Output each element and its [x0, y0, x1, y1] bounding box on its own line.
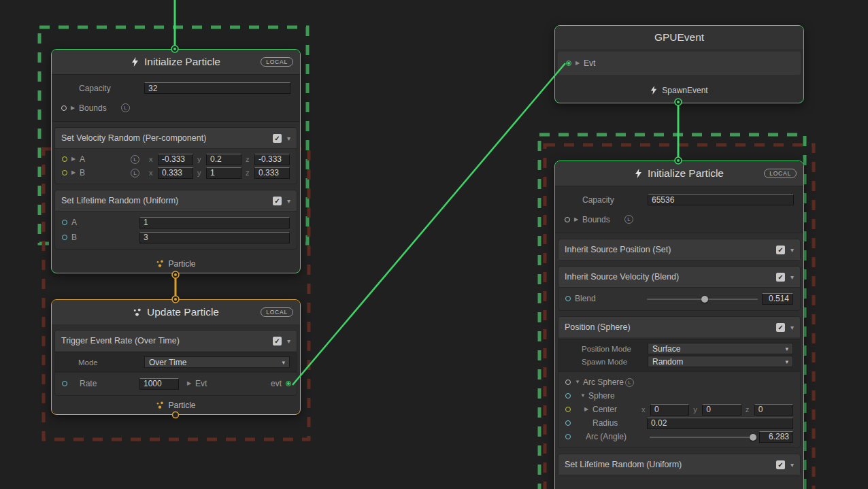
- block-position-sphere[interactable]: Position (Sphere) ✓ ▾ Position Mode Surf…: [558, 316, 801, 448]
- evt-output-label: evt: [271, 379, 282, 388]
- vfx-graph-canvas[interactable]: Initialize Particle LOCAL Capacity 32 ▶ …: [0, 0, 868, 489]
- float-port[interactable]: [62, 220, 67, 225]
- chevron-down-icon[interactable]: ▾: [790, 461, 794, 469]
- foldout-icon[interactable]: ▶: [187, 381, 195, 386]
- evt-input-port[interactable]: [566, 61, 571, 66]
- foldout-icon[interactable]: ▶: [574, 217, 582, 222]
- arc-angle-slider[interactable]: [650, 431, 755, 443]
- chevron-down-icon[interactable]: ▾: [287, 337, 290, 345]
- vector3-port[interactable]: [62, 156, 67, 162]
- node-gpu-event[interactable]: GPUEvent ▶ Evt SpawnEvent: [554, 25, 804, 103]
- block-title: Inherit Source Velocity (Blend): [565, 272, 776, 282]
- foldout-icon[interactable]: ▶: [584, 407, 592, 412]
- chevron-down-icon[interactable]: ▾: [790, 324, 794, 331]
- block-enabled-checkbox[interactable]: ✓: [776, 273, 785, 282]
- bounds-port[interactable]: [61, 105, 67, 111]
- foldout-icon[interactable]: ▶: [71, 105, 79, 111]
- block-enabled-checkbox[interactable]: ✓: [273, 197, 282, 205]
- arc-angle-port[interactable]: [565, 434, 571, 439]
- blend-slider[interactable]: [647, 293, 758, 305]
- node-initialize-particle-right[interactable]: Initialize Particle LOCAL Capacity 65536…: [554, 161, 804, 489]
- arc-sphere-port[interactable]: [565, 380, 571, 385]
- x-field[interactable]: -0.333: [158, 154, 193, 165]
- rate-field[interactable]: 1000: [139, 378, 179, 390]
- x-field[interactable]: 0.333: [158, 167, 193, 179]
- blend-value-field[interactable]: 0.514: [762, 293, 793, 305]
- block-set-velocity-random[interactable]: Set Velocity Random (Per-component) ✓ ▾ …: [54, 127, 297, 184]
- center-port[interactable]: [565, 407, 571, 412]
- block-enabled-checkbox[interactable]: ✓: [776, 460, 785, 469]
- edge-evt-to-gpuevent[interactable]: [293, 63, 565, 385]
- block-trigger-event-rate[interactable]: Trigger Event Rate (Over Time) ✓ ▾ Mode …: [54, 330, 297, 396]
- foldout-icon[interactable]: ▶: [575, 61, 584, 66]
- block-header[interactable]: Position (Sphere) ✓ ▾: [558, 317, 800, 337]
- block-inherit-source-position[interactable]: Inherit Source Position (Set) ✓ ▾: [558, 239, 801, 260]
- evt-output-port[interactable]: [286, 381, 291, 386]
- float-port[interactable]: [62, 381, 67, 386]
- block-enabled-checkbox[interactable]: ✓: [273, 134, 282, 143]
- sphere-row: ▼ Sphere: [558, 389, 800, 403]
- chevron-down-icon[interactable]: ▾: [790, 273, 794, 281]
- spawn-mode-row: Spawn Mode Random ▾: [558, 355, 800, 368]
- bounds-port[interactable]: [565, 217, 570, 222]
- radius-row: Radius 0.02: [558, 416, 800, 430]
- block-header[interactable]: Trigger Event Rate (Over Time) ✓ ▾: [55, 331, 297, 351]
- spawn-mode-dropdown[interactable]: Random ▾: [648, 356, 793, 367]
- block-set-lifetime-random[interactable]: Set Lifetime Random (Uniform) ✓ ▾ A 1 B …: [54, 190, 297, 250]
- radius-port[interactable]: [565, 420, 571, 426]
- center-row: ▶ Center x0 y0 z0: [558, 403, 800, 416]
- dropdown-arrow-icon: ▾: [785, 345, 788, 352]
- node-header[interactable]: GPUEvent: [555, 26, 803, 49]
- float-port[interactable]: [62, 235, 67, 240]
- foldout-icon[interactable]: ▶: [71, 156, 80, 162]
- float-port[interactable]: [565, 296, 571, 301]
- block-enabled-checkbox[interactable]: ✓: [776, 323, 785, 332]
- block-header[interactable]: Set Lifetime Random (Uniform) ✓ ▾: [558, 454, 800, 475]
- y-field[interactable]: 0.2: [206, 154, 241, 165]
- arc-angle-value-field[interactable]: 6.283: [759, 431, 793, 443]
- block-enabled-checkbox[interactable]: ✓: [776, 246, 785, 254]
- position-mode-dropdown[interactable]: Surface ▾: [648, 343, 793, 354]
- chevron-down-icon[interactable]: ▾: [287, 135, 290, 142]
- block-enabled-checkbox[interactable]: ✓: [273, 337, 282, 345]
- node-header[interactable]: Update Particle LOCAL: [52, 300, 300, 324]
- z-field[interactable]: -0.333: [254, 154, 290, 165]
- particle-output-footer: Particle: [52, 397, 300, 414]
- capacity-field[interactable]: 32: [144, 82, 290, 94]
- slot-label: B: [80, 168, 131, 178]
- center-z-field[interactable]: 0: [754, 404, 793, 416]
- sphere-port[interactable]: [565, 393, 571, 399]
- value-field[interactable]: 3: [139, 232, 290, 243]
- spawn-event-label: SpawnEvent: [662, 86, 707, 95]
- node-header[interactable]: Initialize Particle LOCAL: [555, 161, 803, 186]
- block-inherit-source-velocity[interactable]: Inherit Source Velocity (Blend) ✓ ▾ Blen…: [558, 266, 801, 311]
- node-initialize-particle-left[interactable]: Initialize Particle LOCAL Capacity 32 ▶ …: [51, 49, 301, 273]
- radius-field[interactable]: 0.02: [647, 418, 793, 429]
- mode-dropdown[interactable]: Over Time ▾: [144, 356, 290, 368]
- block-header[interactable]: Set Velocity Random (Per-component) ✓ ▾: [55, 128, 297, 148]
- particle-icon: [133, 308, 141, 317]
- block-header[interactable]: Inherit Source Velocity (Blend) ✓ ▾: [558, 267, 800, 287]
- block-set-lifetime-random[interactable]: Set Lifetime Random (Uniform) ✓ ▾: [558, 454, 801, 475]
- value-field[interactable]: 1: [139, 217, 290, 229]
- evt-slot-label: Evt: [195, 379, 207, 388]
- vector3-port[interactable]: [62, 170, 67, 175]
- y-field[interactable]: 1: [206, 167, 241, 179]
- block-header[interactable]: Inherit Source Position (Set) ✓ ▾: [558, 239, 800, 260]
- chevron-down-icon[interactable]: ▾: [287, 197, 290, 205]
- block-header[interactable]: Set Lifetime Random (Uniform) ✓ ▾: [55, 190, 297, 211]
- chevron-down-icon[interactable]: ▾: [790, 246, 794, 254]
- rate-label: Rate: [80, 379, 139, 388]
- block-settings: Position Mode Surface ▾ Spawn Mode Rando…: [558, 339, 800, 371]
- bounds-label: Bounds: [582, 215, 624, 224]
- foldout-open-icon[interactable]: ▼: [575, 380, 583, 385]
- foldout-open-icon[interactable]: ▼: [580, 393, 588, 399]
- foldout-icon[interactable]: ▶: [71, 170, 80, 175]
- center-x-field[interactable]: 0: [650, 404, 689, 416]
- center-y-field[interactable]: 0: [702, 404, 741, 416]
- node-update-particle[interactable]: Update Particle LOCAL Trigger Event Rate…: [51, 299, 301, 415]
- capacity-field[interactable]: 65536: [648, 194, 794, 205]
- spawn-mode-value: Random: [652, 357, 683, 367]
- z-field[interactable]: 0.333: [254, 167, 290, 179]
- node-header[interactable]: Initialize Particle LOCAL: [52, 50, 300, 74]
